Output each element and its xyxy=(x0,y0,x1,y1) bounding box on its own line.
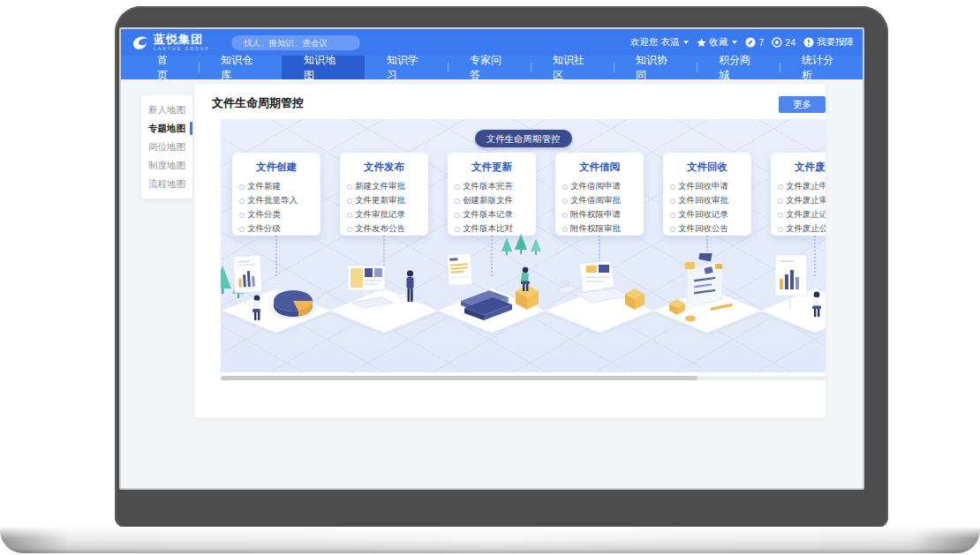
laptop-screen: 蓝悦集团 LANYUE GROUP 欢迎您 衣温 xyxy=(119,27,864,490)
nav-item-points-mall[interactable]: 积分商城 xyxy=(697,56,780,79)
logo-name: 蓝悦集团 xyxy=(154,34,210,45)
drafts-counter[interactable]: 7 xyxy=(745,37,764,48)
stage-card-link[interactable]: 文件废止记录 xyxy=(771,207,825,221)
stage-card-link[interactable]: 文件回收公告 xyxy=(663,221,751,236)
chevron-down-icon xyxy=(683,41,689,44)
illustration-file-borrow xyxy=(542,253,657,341)
stage-card-create: 文件创建 文件新建 文件批量导入 文件分类 文件分级 xyxy=(232,153,320,236)
stage-card-title: 文件废止 xyxy=(771,161,825,174)
chevron-down-icon xyxy=(732,41,737,44)
laptop-base xyxy=(0,527,980,553)
eye-icon xyxy=(772,37,782,48)
stage-card-borrow: 文件借阅 文件借阅申请 文件借阅审批 附件权限申请 附件权限审批 xyxy=(555,153,644,236)
stage-card-link[interactable]: 附件权限申请 xyxy=(555,207,644,221)
stage-card-link[interactable]: 文件分级 xyxy=(232,221,320,236)
illustration-file-update xyxy=(434,253,549,341)
sidebar-item-process-map[interactable]: 流程地图 xyxy=(141,175,192,193)
user-menu[interactable]: 欢迎您 衣温 xyxy=(630,36,690,49)
horizontal-scrollbar xyxy=(221,376,825,380)
nav-item-statistics[interactable]: 统计分析 xyxy=(780,56,863,79)
stage-card-link[interactable]: 文件批量导入 xyxy=(232,193,320,207)
stage-card-link[interactable]: 创建新版文件 xyxy=(448,193,536,207)
stage-card-link[interactable]: 文件分类 xyxy=(232,207,320,221)
more-button[interactable]: 更多 xyxy=(779,96,825,113)
stage-card-title: 文件借阅 xyxy=(555,161,644,174)
sidebar-item-topic-map[interactable]: 专题地图 xyxy=(141,119,192,138)
stage-card-link[interactable]: 文件废止申请 xyxy=(771,179,825,193)
sidebar-item-newcomer-map[interactable]: 新人地图 xyxy=(141,101,192,119)
drafts-count: 7 xyxy=(758,37,764,48)
logo-subtitle: LANYUE GROUP xyxy=(154,47,210,51)
stage-card-link[interactable]: 文件新建 xyxy=(232,179,320,193)
person-figure xyxy=(407,270,414,302)
lifecycle-diagram-panel: 文件生命周期管控 文件创建 文件新建 文件批量导入 文件分类 xyxy=(221,119,825,372)
stage-card-link[interactable]: 文件审批记录 xyxy=(340,207,428,221)
illustration-file-abolish xyxy=(758,253,825,341)
stage-card-link[interactable]: 文件回收申请 xyxy=(663,179,751,193)
nav-item-knowledge-warehouse[interactable]: 知识仓库 xyxy=(199,56,282,79)
stage-card-link[interactable]: 文件回收审批 xyxy=(663,193,751,207)
stage-card-link[interactable]: 附件权限审批 xyxy=(555,221,644,236)
stage-card-update: 文件更新 文件版本完善 创建新版文件 文件版本记录 文件版本比对 xyxy=(448,153,536,236)
username: 衣温 xyxy=(660,36,679,49)
stage-card-link[interactable]: 文件借阅审批 xyxy=(555,193,644,207)
content-card: 文件生命周期管控 更多 文件生命周期管控 文件创建 文件新建 xyxy=(194,84,825,417)
welcome-label: 欢迎您 xyxy=(630,36,659,49)
stage-card-title: 文件回收 xyxy=(663,161,751,174)
nav-item-expert-qa[interactable]: 专家问答 xyxy=(448,56,531,79)
stage-card-link[interactable]: 文件借阅申请 xyxy=(555,179,644,193)
nav-item-knowledge-collaboration[interactable]: 知识协同 xyxy=(614,56,697,79)
views-counter[interactable]: 24 xyxy=(772,37,795,48)
stage-card-title: 文件创建 xyxy=(232,161,320,174)
stage-card-link[interactable]: 文件废止审批 xyxy=(771,193,825,207)
logo-swirl-icon xyxy=(131,34,149,52)
diagram-badge: 文件生命周期管控 xyxy=(475,130,572,147)
star-icon xyxy=(697,38,706,48)
global-search xyxy=(231,35,360,50)
stage-card-recycle: 文件回收 文件回收申请 文件回收审批 文件回收记录 文件回收公告 xyxy=(663,153,751,236)
nav-item-home[interactable]: 首页 xyxy=(135,56,199,79)
views-count: 24 xyxy=(785,37,795,48)
pencil-circle-icon xyxy=(745,37,756,48)
search-input[interactable] xyxy=(231,38,364,48)
illustration-file-recycle xyxy=(650,253,765,341)
stage-card-link[interactable]: 文件更新审批 xyxy=(340,193,428,207)
stage-card-abolish: 文件废止 文件废止申请 文件废止审批 文件废止记录 文件废止公告 xyxy=(771,153,825,236)
laptop-mockup: 蓝悦集团 LANYUE GROUP 欢迎您 衣温 xyxy=(0,0,980,555)
header-user-area: 欢迎您 衣温 收藏 7 xyxy=(630,29,854,56)
logo: 蓝悦集团 LANYUE GROUP xyxy=(131,34,210,52)
favorites-label: 收藏 xyxy=(709,36,727,49)
map-type-sidebar: 新人地图 专题地图 岗位地图 制度地图 流程地图 xyxy=(141,95,192,199)
stage-card-link[interactable]: 文件废止公告 xyxy=(771,221,825,236)
stage-card-title: 文件发布 xyxy=(340,161,428,174)
scrollbar-thumb[interactable] xyxy=(221,376,697,380)
stage-card-publish: 文件发布 新建文件审批 文件更新审批 文件审批记录 文件发布公告 xyxy=(340,153,428,236)
stage-card-link[interactable]: 新建文件审批 xyxy=(340,179,428,193)
illustration-file-create xyxy=(221,253,334,341)
nav-item-knowledge-community[interactable]: 知识社区 xyxy=(531,56,614,79)
stage-card-title: 文件更新 xyxy=(448,161,536,174)
stage-card-link[interactable]: 文件版本记录 xyxy=(448,207,536,221)
sidebar-item-position-map[interactable]: 岗位地图 xyxy=(141,138,192,156)
stage-card-link[interactable]: 文件版本完善 xyxy=(448,179,536,193)
report-issue[interactable]: 我要报障 xyxy=(803,36,854,49)
page-title: 文件生命周期管控 xyxy=(212,95,304,111)
app-header: 蓝悦集团 LANYUE GROUP 欢迎您 衣温 xyxy=(121,29,863,56)
exclamation-circle-icon xyxy=(803,37,814,48)
nav-item-knowledge-map[interactable]: 知识地图 xyxy=(282,56,365,79)
stage-card-link[interactable]: 文件回收记录 xyxy=(663,207,751,221)
favorites-menu[interactable]: 收藏 xyxy=(697,36,737,49)
nav-item-knowledge-learning[interactable]: 知识学习 xyxy=(365,56,448,79)
stage-card-link[interactable]: 文件发布公告 xyxy=(340,221,428,236)
main-nav: 首页 知识仓库 知识地图 知识学习 专家问答 知识社区 知识协同 积分商城 统计… xyxy=(121,56,863,79)
sidebar-item-policy-map[interactable]: 制度地图 xyxy=(141,156,192,175)
report-label: 我要报障 xyxy=(817,36,854,49)
illustration-file-publish xyxy=(327,253,441,341)
page-body: 新人地图 专题地图 岗位地图 制度地图 流程地图 文件生命周期管控 更多 文件生… xyxy=(121,79,863,488)
